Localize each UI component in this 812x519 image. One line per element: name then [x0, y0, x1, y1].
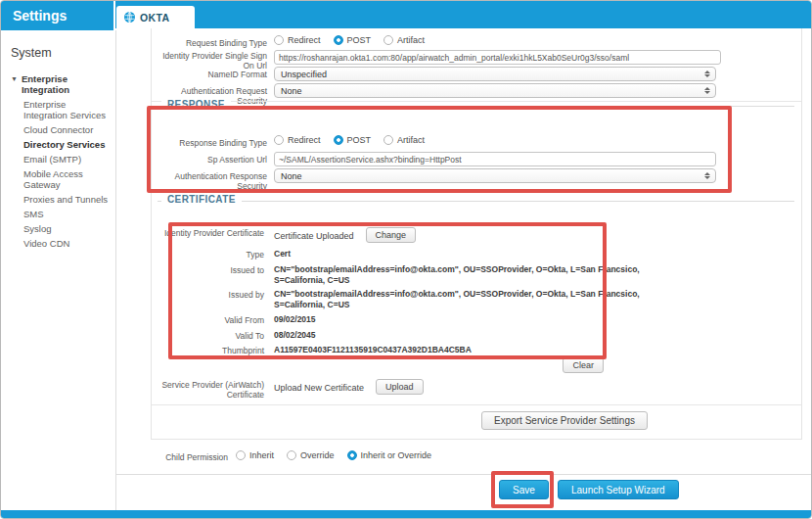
cert-row-label: Type	[152, 249, 274, 260]
auth-request-select[interactable]: None	[274, 83, 716, 98]
child-permission-row: Child Permission InheritOverrideInherit …	[151, 450, 444, 462]
select-arrows-icon	[704, 87, 710, 95]
sidebar-section-title: System	[11, 46, 112, 60]
clear-certificate-button[interactable]: Clear	[563, 357, 604, 373]
request-binding-label: Request Binding Type	[152, 35, 274, 48]
radio-dot-icon	[383, 35, 393, 45]
tree-expand-icon: ▼	[11, 73, 18, 84]
child-permission-radios: InheritOverrideInherit or Override	[236, 450, 444, 460]
cert-row-thumbprint: ThumbprintA11597E0403F1121135919C0437A39…	[152, 345, 795, 355]
radio-child-permission-inherit-or-override[interactable]: Inherit or Override	[347, 450, 432, 460]
cert-row-value: Cert	[274, 249, 291, 260]
auth-response-selected-value: None	[281, 171, 302, 181]
cert-row-label: Valid From	[152, 314, 274, 325]
radio-label: Artifact	[397, 35, 425, 45]
top-bar	[115, 1, 811, 28]
save-button[interactable]: Save	[499, 480, 549, 499]
page-title: Settings	[1, 1, 113, 30]
cert-row-valid-from: Valid From09/02/2015	[152, 314, 795, 325]
cert-row-label: Thumbprint	[152, 345, 274, 355]
radio-request-binding-artifact[interactable]: Artifact	[383, 35, 425, 45]
sidebar: System ▼ Enterprise Integration Enterpri…	[1, 30, 116, 510]
radio-dot-icon	[274, 35, 284, 45]
globe-icon	[124, 12, 135, 23]
radio-request-binding-post[interactable]: POST	[334, 35, 372, 45]
radio-dot-icon	[274, 135, 284, 145]
tab-okta-label: OKTA	[140, 12, 170, 24]
certificate-section-line	[158, 201, 794, 202]
sidebar-item-list: Enterprise Integration ServicesCloud Con…	[11, 99, 112, 249]
auth-request-selected-value: None	[281, 86, 302, 96]
certificate-section-legend: CERTIFICATE	[161, 194, 242, 205]
radio-dot-icon	[383, 135, 393, 145]
nameid-row: NameID Format Unspecified	[152, 67, 795, 81]
radio-dot-icon	[334, 35, 343, 45]
sidebar-item-mobile-access-gateway[interactable]: Mobile Access Gateway	[23, 168, 112, 190]
radio-response-binding-post[interactable]: POST	[334, 135, 372, 145]
response-section-legend: RESPONSE	[161, 99, 231, 110]
response-section-line	[158, 106, 794, 107]
sidebar-item-email-smtp[interactable]: Email (SMTP)	[23, 154, 112, 165]
sp-certificate-row: Service Provider (AirWatch) Certificate …	[152, 379, 795, 400]
auth-response-select[interactable]: None	[274, 168, 716, 183]
idp-certificate-row: Identity Provider Certificate Certificat…	[152, 227, 795, 243]
idp-certificate-label: Identity Provider Certificate	[152, 227, 274, 238]
radio-response-binding-redirect[interactable]: Redirect	[274, 135, 321, 145]
sidebar-item-enterprise-integration-services[interactable]: Enterprise Integration Services	[23, 99, 112, 120]
cert-row-issued-by: Issued byCN="bootstrap/emailAddress=info…	[152, 289, 795, 310]
settings-window: Settings OKTA System ▼ Enterprise Integr…	[0, 0, 812, 519]
radio-label: POST	[347, 135, 372, 145]
radio-label: Inherit or Override	[361, 450, 432, 460]
cert-row-value: 09/02/2015	[274, 314, 316, 325]
cert-row-value: 08/02/2045	[274, 330, 316, 341]
sp-certificate-action-label: Upload New Certificate	[274, 381, 364, 393]
radio-dot-icon	[287, 450, 296, 460]
auth-request-row: Authentication Request Security None	[152, 83, 795, 106]
nameid-label: NameID Format	[152, 67, 274, 79]
cert-row-label: Issued to	[152, 264, 274, 275]
radio-label: Inherit	[249, 450, 274, 460]
section-divider	[152, 101, 801, 102]
radio-dot-icon	[347, 450, 357, 460]
clear-row: Clear	[152, 357, 604, 373]
upload-certificate-button[interactable]: Upload	[376, 379, 424, 395]
cert-row-label: Valid To	[152, 330, 274, 341]
cert-row-type: TypeCert	[152, 249, 795, 260]
response-binding-label: Response Binding Type	[152, 135, 274, 148]
sidebar-item-proxies-and-tunnels[interactable]: Proxies and Tunnels	[23, 194, 112, 205]
radio-dot-icon	[236, 450, 246, 460]
sidebar-item-sms[interactable]: SMS	[23, 209, 112, 219]
radio-child-permission-inherit[interactable]: Inherit	[236, 450, 274, 460]
child-permission-label: Child Permission	[151, 450, 236, 462]
footer-divider	[116, 474, 811, 475]
sidebar-item-cloud-connector[interactable]: Cloud Connector	[23, 124, 112, 135]
radio-label: Override	[300, 450, 335, 460]
nameid-selected-value: Unspecified	[281, 70, 327, 79]
sidebar-group-label: Enterprise Integration	[22, 73, 112, 95]
sso-url-input[interactable]	[274, 50, 721, 65]
radio-label: Redirect	[288, 35, 321, 45]
sp-assertion-row: Sp Assertion Url	[152, 152, 795, 166]
sidebar-group-enterprise-integration[interactable]: ▼ Enterprise Integration	[11, 73, 112, 95]
cert-row-label: Issued by	[152, 289, 274, 300]
nameid-select[interactable]: Unspecified	[274, 67, 716, 81]
change-certificate-button[interactable]: Change	[366, 227, 417, 243]
sidebar-item-video-cdn[interactable]: Video CDN	[23, 238, 112, 249]
sp-assertion-input[interactable]	[274, 152, 716, 166]
auth-response-label: Authentication Response Security	[152, 168, 274, 191]
select-arrows-icon	[704, 172, 710, 180]
launch-setup-wizard-button[interactable]: Launch Setup Wizard	[558, 480, 679, 499]
radio-request-binding-redirect[interactable]: Redirect	[274, 35, 321, 45]
sidebar-item-directory-services[interactable]: Directory Services	[23, 139, 112, 150]
radio-child-permission-override[interactable]: Override	[287, 450, 335, 460]
cert-row-issued-to: Issued toCN="bootstrap/emailAddress=info…	[152, 264, 795, 286]
sidebar-item-syslog[interactable]: Syslog	[23, 223, 112, 234]
cert-row-value: CN="bootstrap/emailAddress=info@okta.com…	[274, 289, 660, 310]
response-binding-row: Response Binding Type RedirectPOSTArtifa…	[152, 135, 795, 148]
cert-row-value: A11597E0403F1121135919C0437A392D1BA4C5BA	[274, 345, 472, 355]
cert-row-value: CN="bootstrap/emailAddress=info@okta.com…	[274, 264, 660, 286]
tab-okta[interactable]: OKTA	[116, 6, 195, 28]
export-settings-button[interactable]: Export Service Provider Settings	[481, 411, 648, 430]
select-arrows-icon	[704, 71, 710, 78]
radio-response-binding-artifact[interactable]: Artifact	[383, 135, 425, 145]
